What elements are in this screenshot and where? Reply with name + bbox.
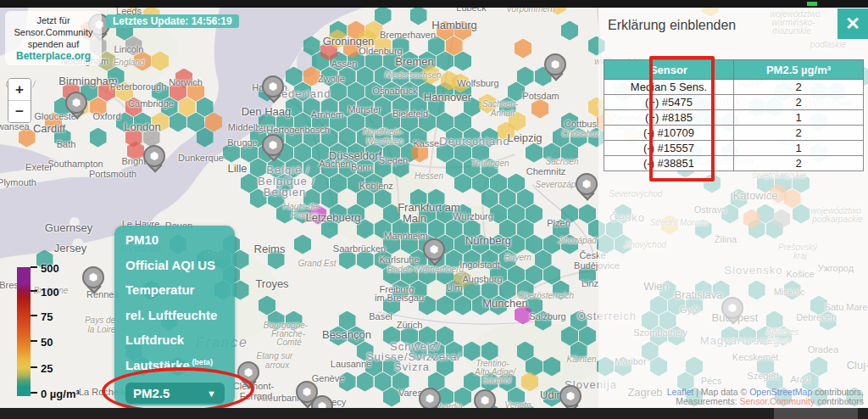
table-row: (+) #54752 xyxy=(604,95,864,110)
map-label: Bielefeld xyxy=(392,109,428,119)
map-label: Plzeň xyxy=(547,218,570,228)
taskbar-segment xyxy=(774,408,858,419)
map-label: Chemnitz xyxy=(526,166,565,176)
map-label: Thüringen xyxy=(470,159,509,168)
hexagon-icon: ⬢ xyxy=(419,388,441,410)
sensor-cluster-pin[interactable]: ⬢ xyxy=(82,266,104,299)
map-label: London xyxy=(124,120,160,133)
map-label: Bayern xyxy=(504,253,531,262)
map-label: Nordrhein- xyxy=(363,127,403,137)
table-cell: 1 xyxy=(734,110,864,126)
map-label: Münster xyxy=(348,104,381,115)
sensor-cluster-pin[interactable]: ⬢ xyxy=(262,75,284,108)
map-label: Lausanne xyxy=(331,359,371,369)
map-label: Ingolstadt xyxy=(459,260,500,270)
menu-item-rel-luftfeuchte[interactable]: rel. Luftfeuchte xyxy=(125,308,225,322)
map-label: Southampton xyxy=(47,159,103,169)
hexagon-icon: ⬢ xyxy=(544,53,566,75)
sensor-cluster-pin[interactable]: ⬢ xyxy=(423,238,445,271)
map-label: Svizra xyxy=(394,360,430,373)
map-label: Comté xyxy=(276,338,301,347)
map-label: Zürich xyxy=(397,320,423,330)
sensor-cluster-pin[interactable]: ⬢ xyxy=(544,53,566,86)
attribution-text: Measurements: xyxy=(676,396,739,406)
table-row: (-) #107092 xyxy=(604,126,864,141)
map-label: Reims xyxy=(254,243,286,255)
map-label: Chóśebuz xyxy=(561,129,599,138)
map-label: Dunkerque xyxy=(178,153,224,163)
map-label: Leipzig xyxy=(507,131,542,144)
map-label: Grand Est xyxy=(298,259,336,268)
map-label: Deutschland xyxy=(439,135,509,148)
map-label: Guernsey xyxy=(45,221,92,234)
last-update-badge: Letztes Update: 14:56:19 xyxy=(106,14,239,28)
table-cell: 2 xyxy=(734,156,864,171)
map-label: Besançon xyxy=(322,328,371,341)
map-label: Cardiff xyxy=(33,122,65,135)
map-label: Birmingham xyxy=(58,75,117,87)
map-label: Exeter xyxy=(25,162,53,172)
map-label: Kärnten xyxy=(566,355,596,364)
map-label: Belgien xyxy=(264,186,306,198)
menu-item-official-aqi-us[interactable]: Official AQI US xyxy=(125,258,225,272)
map-label: Assen xyxy=(331,59,358,69)
betterplace-link[interactable]: Betterplace.org xyxy=(16,50,91,62)
map-label: Lille xyxy=(227,162,247,175)
close-icon[interactable]: ✕ xyxy=(837,8,868,39)
red-annotation-rect xyxy=(649,56,715,182)
map-label: Hamburg xyxy=(431,19,476,31)
hexagon-icon: ⬢ xyxy=(82,266,104,288)
map-label: England xyxy=(114,58,145,67)
sensor-cluster-pin[interactable]: ⬢ xyxy=(262,134,284,166)
attribution-text: contributors xyxy=(815,396,864,406)
zoom-control: + − xyxy=(8,78,31,123)
map-label: Westfalen xyxy=(366,137,403,146)
map-label: Hessen xyxy=(415,171,443,181)
map-label: Linz xyxy=(581,278,598,288)
map-label: Oberösterreich xyxy=(518,291,574,300)
map-label: Letzebuerg xyxy=(305,211,360,224)
map-label: Nürnberg xyxy=(465,234,511,247)
sensor-cluster-pin[interactable]: ⬢ xyxy=(143,145,165,177)
map-label: arroux xyxy=(265,360,289,370)
map-label: Lincoln xyxy=(114,44,144,54)
hexagon-icon: ⬢ xyxy=(423,238,445,260)
map-label: Plymouth xyxy=(0,177,36,187)
sensor-table-body: Median 5 Sens.2(+) #54752(+) #81851(-) #… xyxy=(604,80,864,171)
map-label: Bath xyxy=(57,139,76,149)
map-label: la Loire xyxy=(88,325,116,334)
map-label: Potsdam xyxy=(522,91,559,101)
map-label: Sachsen xyxy=(546,157,579,166)
map-attribution: Leaflet | Map data © OpenStreetMap contr… xyxy=(667,388,864,406)
map-label: Pays de xyxy=(85,316,115,325)
map-label: Koblenz xyxy=(359,181,393,191)
legend-gradient-bar xyxy=(17,267,31,396)
sensor-community-link[interactable]: Sensor.Community xyxy=(740,396,815,406)
menu-item-pm10[interactable]: PM10 xyxy=(125,232,225,247)
zoom-in-button[interactable]: + xyxy=(8,79,31,101)
progress-indicator xyxy=(807,2,817,6)
donation-line: spenden auf xyxy=(7,38,100,50)
menu-item-temperatur[interactable]: Temperatur xyxy=(125,282,225,297)
map-label: Kassel xyxy=(413,138,441,148)
panel-title[interactable]: Erklärung einblenden xyxy=(608,18,736,33)
map-label: Etang sur xyxy=(257,351,293,360)
sensor-cluster-pin[interactable]: ⬢ xyxy=(576,173,598,205)
menu-item-luftdruck[interactable]: Luftdruck xyxy=(125,332,225,347)
map-label: Arnhem xyxy=(311,109,344,120)
map-label: Peterborough xyxy=(110,81,167,92)
sensor-cluster-pin[interactable]: ⬢ xyxy=(65,92,87,124)
map-label: Wolfsburg xyxy=(457,78,498,88)
map-label: Portsmouth xyxy=(89,169,136,179)
zoom-out-button[interactable]: − xyxy=(8,101,31,122)
hexagon-icon: ⬢ xyxy=(262,75,284,98)
table-header: PM2.5 µg/m³ xyxy=(734,60,864,80)
map-label: Mannheim xyxy=(384,231,427,241)
bottom-chrome-bar xyxy=(0,408,868,419)
map-label: Norwich xyxy=(169,77,203,87)
table-row: (-) #155571 xyxy=(604,141,864,156)
table-cell: 2 xyxy=(734,95,864,110)
map-label: Osnabrück xyxy=(372,86,417,96)
hexagon-icon: ⬢ xyxy=(576,173,598,195)
app-window: LeedsHullLincolnNottinghamEnglandBirming… xyxy=(0,0,868,419)
